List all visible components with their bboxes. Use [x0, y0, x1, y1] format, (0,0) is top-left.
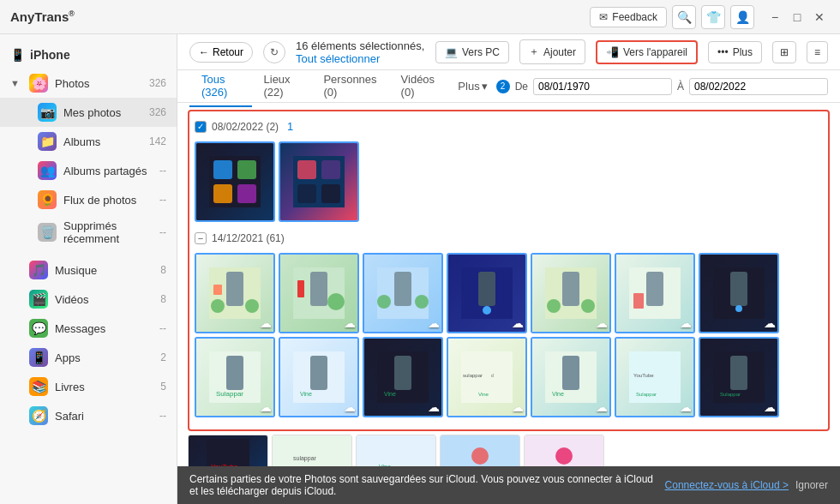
main-layout: 📱 iPhone ▼ 🌸 Photos 326 📷 Mes photos 326… [0, 34, 840, 504]
photo-thumb-p15[interactable]: YouTubeSulappar ☁ [615, 337, 695, 417]
sidebar-item-musique[interactable]: ▶ 🎵 Musique 8 [0, 255, 177, 285]
window-controls: − □ ✕ [765, 7, 830, 27]
add-icon: ＋ [529, 45, 539, 59]
tree-toggle-photos: ▼ [10, 78, 22, 88]
supprimes-icon: 🗑️ [38, 223, 57, 242]
list-view-button[interactable]: ≡ [807, 41, 828, 63]
photo-thumb-p4[interactable]: ☁ [279, 253, 359, 333]
filter-tab-plus[interactable]: Plus ▾ [449, 73, 495, 99]
profile-title-button[interactable]: 👕 [701, 5, 725, 29]
date-range: 2 De À [496, 78, 828, 95]
bottom-photo-3[interactable]: Vine [356, 435, 436, 466]
minimize-button[interactable]: − [765, 7, 785, 27]
photo-thumb-p9[interactable]: ☁ [699, 253, 779, 333]
albums-partages-icon: 👥 [38, 161, 57, 180]
vers-appareil-button[interactable]: 📲 Vers l'appareil [596, 40, 698, 64]
sidebar-item-messages[interactable]: ▶ 💬 Messages -- [0, 314, 177, 343]
photo-thumb-p14[interactable]: Vine ☁ [531, 337, 611, 417]
photo-thumb-p11[interactable]: Vine ☁ [279, 337, 359, 417]
svg-text:Sulappar: Sulappar [636, 392, 657, 397]
title-bar-right: ✉ Feedback 🔍 👕 👤 − □ ✕ [590, 5, 830, 29]
bottom-photo-5[interactable] [524, 435, 604, 466]
photos-label: Photos [55, 77, 142, 90]
computer-icon: 💻 [445, 46, 458, 58]
app-window: AnyTrans® ✉ Feedback 🔍 👕 👤 − □ ✕ [0, 0, 840, 504]
safari-label: Safari [55, 410, 153, 423]
bottom-photo-4[interactable]: YouTube [440, 435, 520, 466]
ignore-button[interactable]: Ignorer [795, 479, 828, 491]
svg-text:Vine: Vine [478, 392, 489, 397]
homescreen-thumbnail-1 [209, 156, 261, 207]
photo-thumb-p10[interactable]: Sulappar ☁ [195, 337, 275, 417]
sidebar-item-mes-photos[interactable]: 📷 Mes photos 326 [0, 98, 177, 127]
cloud-icon-p13: ☁ [512, 400, 524, 414]
feedback-button[interactable]: ✉ Feedback [590, 7, 667, 27]
sidebar-item-flux[interactable]: 🌻 Flux de photos -- [0, 185, 177, 214]
cloud-icon-p16: ☁ [764, 400, 776, 414]
refresh-button[interactable]: ↻ [263, 41, 285, 63]
videos-label: Vidéos [55, 293, 153, 306]
photo-thumb-p16[interactable]: Sulappar ☁ [699, 337, 779, 417]
filter-tab-videos[interactable]: Vidéos (0) [389, 66, 450, 107]
bottom-photo-1[interactable]: YouTube [188, 435, 268, 466]
app-title: AnyTrans® [10, 9, 75, 24]
messages-label: Messages [55, 322, 153, 335]
photo-thumb-p6[interactable]: ☁ [447, 253, 527, 333]
cloud-icon-p14: ☁ [596, 400, 608, 414]
sidebar-item-photos[interactable]: ▼ 🌸 Photos 326 [0, 69, 177, 98]
svg-rect-31 [646, 272, 663, 306]
sidebar-item-livres[interactable]: ▶ 📚 Livres 5 [0, 372, 177, 401]
device-label: iPhone [30, 48, 70, 62]
chevron-down-icon: ▾ [482, 80, 488, 93]
photo-thumb-p2[interactable] [279, 141, 359, 222]
tree-spacer-musique: ▶ [10, 265, 22, 276]
sidebar-item-videos[interactable]: ▶ 🎬 Vidéos 8 [0, 285, 177, 314]
back-button[interactable]: ← Retour [189, 42, 253, 63]
ajouter-button[interactable]: ＋ Ajouter [519, 39, 585, 64]
svg-rect-37 [226, 356, 243, 390]
filter-tab-personnes[interactable]: Personnes (0) [311, 66, 388, 107]
icloud-login-link[interactable]: Connectez-vous à iCloud > [665, 479, 789, 491]
plus-button[interactable]: ••• Plus [708, 41, 762, 63]
photo-thumb-p3[interactable]: ☁ [195, 253, 275, 333]
sidebar-item-albums-partages[interactable]: 👥 Albums partagés -- [0, 156, 177, 185]
group1-checkbox[interactable] [195, 121, 207, 133]
sidebar-item-safari[interactable]: ▶ 🧭 Safari -- [0, 401, 177, 430]
device-icon: 📱 [10, 48, 25, 62]
photo-thumb-p8[interactable]: ☁ [615, 253, 695, 333]
safari-count: -- [159, 410, 166, 422]
photo-thumb-p12[interactable]: Vine ☁ [363, 337, 443, 417]
cloud-icon-p11: ☁ [344, 400, 356, 414]
photo-thumb-p7[interactable]: ☁ [531, 253, 611, 333]
musique-label: Musique [55, 264, 153, 277]
cloud-icon-p10: ☁ [260, 400, 272, 414]
maximize-button[interactable]: □ [787, 7, 807, 27]
select-all-link[interactable]: Tout sélectionner [296, 52, 380, 65]
svg-rect-11 [226, 272, 243, 306]
filter-tab-lieux[interactable]: Lieux (22) [252, 66, 312, 107]
group1-date-label: 08/02/2022 (2) [212, 121, 279, 133]
date-badge: 2 [496, 80, 510, 93]
group2-collapse-button[interactable]: − [195, 232, 207, 244]
vers-pc-button[interactable]: 💻 Vers PC [435, 41, 509, 63]
photo-thumb-p1[interactable] [195, 141, 275, 222]
photo-thumb-p13[interactable]: sulapparVined ☁ [447, 337, 527, 417]
date-to-input[interactable] [689, 78, 828, 95]
filter-tab-tous[interactable]: Tous (326) [189, 66, 252, 107]
sidebar-item-apps[interactable]: ▶ 📱 Apps 2 [0, 343, 177, 372]
sidebar-item-supprimes[interactable]: 🗑️ Supprimés récemment -- [0, 214, 177, 250]
date-from-input[interactable] [533, 78, 672, 95]
cloud-icon-p8: ☁ [680, 316, 692, 330]
svg-rect-2 [237, 160, 256, 179]
close-button[interactable]: ✕ [809, 7, 830, 27]
avatar-title-button[interactable]: 👤 [730, 5, 754, 29]
photo-thumb-p5[interactable]: ☁ [363, 253, 443, 333]
photo-grid-1 [195, 141, 823, 222]
musique-icon: 🎵 [29, 261, 48, 279]
grid-view-button[interactable]: ⊞ [772, 41, 796, 63]
svg-point-28 [547, 299, 561, 313]
photo-grid-2-row1: ☁ ☁ [195, 253, 823, 333]
bottom-photo-2[interactable]: sulapparVine [272, 435, 352, 466]
sidebar-item-albums[interactable]: 📁 Albums 142 [0, 127, 177, 156]
search-title-button[interactable]: 🔍 [672, 5, 696, 29]
